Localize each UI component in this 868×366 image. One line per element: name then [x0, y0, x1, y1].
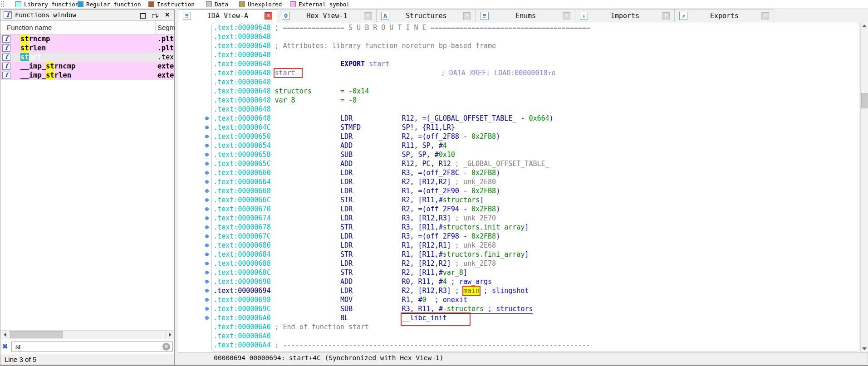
- asm-line[interactable]: .text:00000648 EXPORT start: [213, 59, 590, 68]
- asm-line[interactable]: .text:00000694 LDR R2, [R12,R3] ; main ;…: [213, 286, 590, 295]
- instruction-dot-icon: [205, 117, 209, 120]
- function-segment: .plt: [157, 35, 174, 43]
- tab-enums[interactable]: ≡Enums×: [476, 9, 575, 22]
- asm-address: .text:00000690: [213, 278, 270, 286]
- asm-line[interactable]: .text:00000648: [213, 78, 590, 87]
- function-list-status: Line 3 of 5: [0, 354, 174, 365]
- asm-address: .text:00000650: [213, 132, 270, 141]
- clear-search-icon[interactable]: ×: [162, 343, 170, 351]
- asm-address: .text:00000648: [213, 105, 270, 113]
- close-tab-icon[interactable]: ×: [761, 12, 769, 20]
- asm-line[interactable]: .text:0000069C SUB R3, R11, #-structors …: [213, 304, 590, 313]
- asm-line[interactable]: .text:000006A0 ; End of function start: [213, 322, 590, 332]
- column-header-segment[interactable]: Segment: [157, 24, 175, 31]
- asm-line[interactable]: .text:0000064C STMFD SP!, {R11,LR}: [213, 123, 590, 132]
- asm-line[interactable]: .text:0000065C ADD R12, PC, R12 ; _GLOBA…: [213, 159, 590, 168]
- function-row[interactable]: fstart.text: [0, 53, 174, 62]
- tab-label: Imports: [588, 12, 662, 20]
- asm-address: .text:00000648: [213, 78, 270, 86]
- legend-swatch: [206, 1, 212, 7]
- scroll-up-icon[interactable]: [861, 22, 868, 29]
- asm-line[interactable]: .text:00000648: [213, 32, 590, 41]
- asm-line[interactable]: .text:0000068C STR R2, [R11,#var_8]: [213, 268, 590, 277]
- asm-line[interactable]: .text:00000648 ; Attributes: library fun…: [213, 41, 590, 50]
- asm-line[interactable]: .text:0000067C LDR R3, =(off_2F98 - 0x2F…: [213, 232, 590, 241]
- function-row[interactable]: fstrlen.plt: [0, 44, 174, 53]
- function-name: __imp_strncmp: [20, 62, 75, 70]
- function-row[interactable]: f__imp_strncmpextern: [0, 62, 174, 71]
- asm-line[interactable]: .text:00000660 LDR R3, =(off_2F8C - 0x2F…: [213, 168, 590, 177]
- function-row[interactable]: fstrncmp.plt: [0, 34, 174, 44]
- asm-address: .text:00000678: [213, 223, 270, 231]
- panel-splitter[interactable]: [175, 9, 178, 365]
- asm-address: .text:00000664: [213, 178, 270, 186]
- close-window-icon[interactable]: ×: [163, 12, 171, 19]
- tab-ida-view-a[interactable]: ≡IDA View-A×: [178, 9, 277, 22]
- disassembly-vertical-scrollbar[interactable]: [860, 22, 868, 352]
- scroll-left-icon[interactable]: [0, 331, 10, 339]
- asm-line[interactable]: .text:00000648 structors = -0x14: [213, 87, 590, 96]
- close-tab-icon[interactable]: ×: [463, 12, 471, 20]
- scroll-down-icon[interactable]: [861, 345, 868, 352]
- column-header-function-name[interactable]: Function name: [7, 24, 52, 31]
- function-name: start: [20, 53, 42, 61]
- scrollbar-thumb[interactable]: [861, 93, 868, 108]
- asm-address: .text:00000648: [213, 24, 270, 32]
- asm-line[interactable]: .text:000006A0 BL __libc_init: [213, 313, 590, 322]
- float-window-icon[interactable]: [151, 12, 159, 19]
- close-tab-icon[interactable]: ×: [364, 12, 372, 20]
- tab-hex-view-1[interactable]: OHex View-1×: [277, 9, 377, 22]
- asm-line[interactable]: .text:00000648 ; =============== S U B R…: [213, 23, 590, 32]
- annotation-box-main: main: [463, 287, 480, 295]
- asm-line[interactable]: .text:000006A0: [213, 332, 590, 341]
- function-icon: f: [4, 11, 12, 19]
- function-row[interactable]: f__imp_strlenextern: [0, 71, 174, 80]
- asm-line[interactable]: .text:00000690 ADD R0, R11, #4 ; raw_arg…: [213, 277, 590, 286]
- asm-line[interactable]: .text:00000648: [213, 105, 590, 114]
- legend-swatch: [239, 1, 245, 7]
- asm-line[interactable]: .text:00000678 STR R3, [R11,#structors.i…: [213, 223, 590, 232]
- close-tab-icon[interactable]: ×: [265, 12, 272, 20]
- asm-address: .text:0000064C: [213, 123, 270, 132]
- asm-line[interactable]: .text:00000650 LDR R2, =(off_2F88 - 0x2F…: [213, 132, 590, 141]
- close-tab-icon[interactable]: ×: [563, 12, 570, 20]
- asm-line[interactable]: .text:00000648 start ; DATA XREF: LOAD:0…: [213, 68, 590, 78]
- function-segment: .text: [157, 53, 174, 61]
- search-filter-icon[interactable]: ✖: [0, 342, 10, 351]
- asm-address: .text:00000668: [213, 187, 270, 195]
- restore-window-icon[interactable]: [139, 12, 147, 19]
- asm-line[interactable]: .text:0000066C STR R2, [R11,#structors]: [213, 195, 590, 205]
- asm-line[interactable]: .text:00000664 LDR R2, [R12,R2] ; unk_2E…: [213, 177, 590, 186]
- asm-line[interactable]: .text:00000670 LDR R2, =(off_2F94 - 0x2F…: [213, 205, 590, 214]
- tab-imports[interactable]: ↓Imports×: [575, 9, 675, 22]
- asm-line[interactable]: .text:00000674 LDR R3, [R12,R3] ; unk_2E…: [213, 214, 590, 223]
- legend-swatch: [15, 1, 21, 7]
- close-tab-icon[interactable]: ×: [662, 12, 670, 20]
- tab-structures[interactable]: AStructures×: [377, 9, 476, 22]
- scroll-right-icon[interactable]: [165, 331, 174, 339]
- hex-view-icon: O: [282, 12, 290, 20]
- legend-item: Regular function: [78, 0, 141, 8]
- enums-icon: ≡: [481, 12, 489, 20]
- asm-line[interactable]: .text:00000668 LDR R1, =(off_2F90 - 0x2F…: [213, 186, 590, 195]
- functions-horizontal-scrollbar[interactable]: [0, 330, 174, 339]
- instruction-dot-icon: [205, 171, 209, 175]
- asm-line[interactable]: .text:00000688 LDR R2, [R12,R2] ; unk_2E…: [213, 259, 590, 268]
- asm-line[interactable]: .text:00000648 var_8 = -8: [213, 96, 590, 105]
- asm-line[interactable]: .text:00000654 ADD R11, SP, #4: [213, 141, 590, 150]
- asm-line[interactable]: .text:000006A4 ; -----------------------…: [213, 341, 590, 350]
- asm-line[interactable]: .text:00000684 STR R1, [R11,#structors.f…: [213, 250, 590, 259]
- asm-address: .text:00000648: [213, 87, 270, 95]
- asm-line[interactable]: .text:00000648: [213, 50, 590, 59]
- asm-line[interactable]: .text:00000648 LDR R12, =(_GLOBAL_OFFSET…: [213, 114, 590, 123]
- ida-view-icon: ≡: [183, 12, 191, 20]
- asm-line[interactable]: .text:00000698 MOV R1, #0 ; onexit: [213, 295, 590, 304]
- column-separator[interactable]: [155, 21, 156, 34]
- toolbar-grip-icon[interactable]: [1, 1, 4, 7]
- tab-exports[interactable]: ↗Exports×: [675, 9, 774, 22]
- function-search-input[interactable]: [11, 341, 173, 352]
- asm-line[interactable]: .text:00000680 LDR R1, [R12,R1] ; unk_2E…: [213, 241, 590, 250]
- instruction-dot-icon: [205, 244, 209, 247]
- scrollbar-thumb[interactable]: [10, 331, 63, 338]
- asm-line[interactable]: .text:00000658 SUB SP, SP, #0x10: [213, 150, 590, 159]
